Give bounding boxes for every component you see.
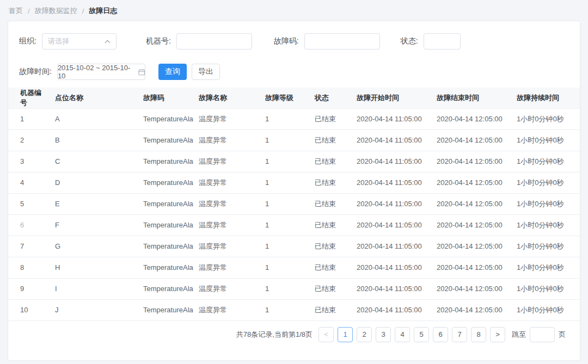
table-column-header: 故障码: [138, 88, 193, 108]
fault-code-filter-group: 故障码:: [274, 33, 380, 50]
org-label: 组织:: [19, 36, 36, 46]
org-select[interactable]: 请选择: [42, 33, 117, 50]
table-row: 6FTemperatureAlarm温度异常1已结束2020-04-14 11:…: [8, 214, 580, 236]
table-cell: 3: [8, 151, 50, 172]
table-cell: 7: [8, 236, 50, 257]
table-cell: 已结束: [309, 172, 351, 193]
table-cell: TemperatureAlarm: [138, 151, 193, 172]
table-cell: 1: [260, 193, 309, 214]
machine-input[interactable]: [176, 33, 252, 50]
table-cell: TemperatureAlarm: [138, 129, 193, 151]
table-cell: 已结束: [309, 108, 351, 129]
pagination-page-button[interactable]: 4: [395, 327, 410, 342]
table-cell: 温度异常: [193, 193, 260, 214]
fault-time-label: 故障时间:: [19, 67, 52, 77]
table-cell: TemperatureAlarm: [138, 214, 193, 236]
table-cell: TemperatureAlarm: [138, 236, 193, 257]
pagination-page-button[interactable]: 8: [471, 327, 486, 342]
table-cell: 2020-04-14 12:05:00: [431, 193, 511, 214]
table-cell: 温度异常: [193, 214, 260, 236]
table-cell: 1小时0分钟0秒: [511, 151, 580, 172]
table-cell: 1小时0分钟0秒: [511, 108, 580, 129]
table-cell: 2020-04-14 11:05:00: [351, 129, 431, 151]
export-button[interactable]: 导出: [192, 64, 220, 80]
table-column-header: 故障名称: [193, 88, 260, 108]
pagination-page-button[interactable]: 1: [338, 327, 353, 342]
pagination-jump-input[interactable]: [530, 327, 555, 342]
table-cell: J: [50, 299, 138, 320]
machine-filter-group: 机器号:: [146, 33, 252, 50]
pagination-page-button[interactable]: 3: [376, 327, 391, 342]
table-cell: 1小时0分钟0秒: [511, 172, 580, 193]
breadcrumb-separator: /: [28, 7, 30, 15]
table-column-header: 故障等级: [260, 88, 309, 108]
fault-code-input[interactable]: [304, 33, 380, 50]
filter-form: 组织: 请选择 机器号: 故障码: 状态:: [8, 21, 580, 80]
table-body: 1ATemperatureAlarm温度异常1已结束2020-04-14 11:…: [8, 108, 580, 320]
calendar-icon: [138, 69, 145, 76]
table-cell: 已结束: [309, 129, 351, 151]
breadcrumb-fault-monitor[interactable]: 故障数据监控: [35, 6, 77, 16]
table-cell: F: [50, 214, 138, 236]
pagination-prev-button[interactable]: <: [318, 327, 334, 342]
table-cell: 1小时0分钟0秒: [511, 214, 580, 236]
table-cell: 1: [260, 299, 309, 320]
table-header: 机器编号点位名称故障码故障名称故障等级状态故障开始时间故障结束时间故障持续时间: [8, 88, 580, 108]
pagination-next-button[interactable]: >: [490, 327, 505, 342]
table-cell: 2020-04-14 12:05:00: [431, 257, 511, 278]
table-cell: 2020-04-14 11:05:00: [351, 236, 431, 257]
table-column-header: 故障持续时间: [511, 88, 580, 108]
machine-label: 机器号:: [146, 36, 171, 46]
chevron-up-icon: [105, 40, 111, 44]
table-cell: 5: [8, 193, 50, 214]
pagination-page-button[interactable]: 6: [433, 327, 448, 342]
table-cell: 2020-04-14 11:05:00: [351, 172, 431, 193]
fault-log-card: 组织: 请选择 机器号: 故障码: 状态:: [8, 21, 580, 361]
table-cell: TemperatureAlarm: [138, 299, 193, 320]
pagination-page-button[interactable]: 5: [414, 327, 429, 342]
pagination-page-button[interactable]: 2: [357, 327, 372, 342]
table-cell: C: [50, 151, 138, 172]
fault-code-label: 故障码:: [274, 36, 299, 46]
status-input[interactable]: [424, 33, 461, 50]
table-column-header: 状态: [309, 88, 351, 108]
table-cell: 9: [8, 278, 50, 299]
table-cell: 1: [260, 236, 309, 257]
table-cell: 温度异常: [193, 108, 260, 129]
table-cell: TemperatureAlarm: [138, 108, 193, 129]
table-cell: H: [50, 257, 138, 278]
table-cell: 2020-04-14 11:05:00: [351, 214, 431, 236]
filter-row-1: 组织: 请选择 机器号: 故障码: 状态:: [19, 33, 569, 50]
table-cell: 2020-04-14 12:05:00: [431, 108, 511, 129]
pagination: 共78条记录,当前第1/8页 < 12345678 > 跳至 页: [8, 321, 580, 342]
table-cell: 1小时0分钟0秒: [511, 129, 580, 151]
breadcrumb: 首页 / 故障数据监控 / 故障日志: [0, 0, 588, 21]
table-row: 8HTemperatureAlarm温度异常1已结束2020-04-14 11:…: [8, 257, 580, 278]
table-cell: 2020-04-14 11:05:00: [351, 151, 431, 172]
table-cell: B: [50, 129, 138, 151]
status-label: 状态:: [401, 36, 418, 46]
org-select-placeholder: 请选择: [48, 36, 105, 46]
table-cell: 1: [8, 108, 50, 129]
pagination-jump-label: 跳至: [512, 330, 526, 340]
table-cell: 2020-04-14 11:05:00: [351, 278, 431, 299]
pagination-page-button[interactable]: 7: [452, 327, 467, 342]
table-row: 10JTemperatureAlarm温度异常1已结束2020-04-14 11…: [8, 299, 580, 320]
table-cell: 1小时0分钟0秒: [511, 299, 580, 320]
table-cell: TemperatureAlarm: [138, 278, 193, 299]
fault-time-range-picker[interactable]: 2015-10-02 ~ 2015-10-10: [57, 64, 145, 80]
table-column-header: 故障开始时间: [351, 88, 431, 108]
fault-time-range-value: 2015-10-02 ~ 2015-10-10: [58, 64, 134, 80]
table-cell: 已结束: [309, 278, 351, 299]
table-cell: 2020-04-14 12:05:00: [431, 214, 511, 236]
query-button[interactable]: 查询: [158, 64, 187, 80]
breadcrumb-home[interactable]: 首页: [9, 6, 23, 16]
table-cell: 已结束: [309, 214, 351, 236]
table-cell: D: [50, 172, 138, 193]
table-cell: 温度异常: [193, 257, 260, 278]
table-row: 7GTemperatureAlarm温度异常1已结束2020-04-14 11:…: [8, 236, 580, 257]
table-cell: 1: [260, 278, 309, 299]
table-cell: 已结束: [309, 151, 351, 172]
table-cell: 2020-04-14 11:05:00: [351, 257, 431, 278]
table-cell: 2020-04-14 12:05:00: [431, 151, 511, 172]
